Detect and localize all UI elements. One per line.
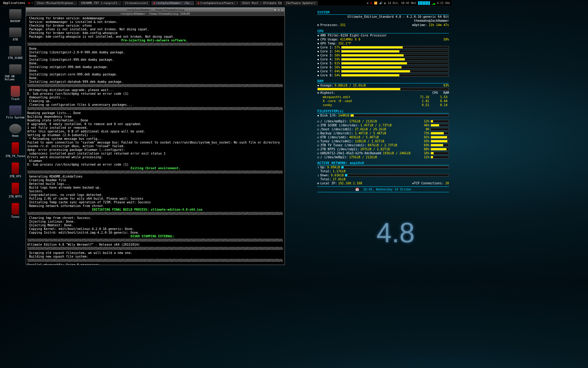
taskbar-item[interactable]: ■root@JackHammer: /ho... xyxy=(151,1,194,5)
clock[interactable]: 14 Oct, 18:45 xyxy=(388,2,409,5)
drive-icon xyxy=(12,142,19,154)
filesystem-header: FILESYSTEM(s) xyxy=(317,109,449,113)
filesystem-row: ☑3TB_SCODE (/dev/sda): 1.45TiB / 2.73TiB… xyxy=(317,123,449,127)
cpu-core-row: ▪Core 5: 61% xyxy=(317,61,449,65)
cpu-core-row: ▪Core 3: 58% xyxy=(317,53,449,57)
desktop-icon-tunez[interactable]: Tunez xyxy=(5,203,26,218)
icon-label: Trash xyxy=(11,98,19,101)
cpu-meter-icon xyxy=(418,1,430,5)
filesystem-row: ☑6TB (/dev/sdd): 483GiB / 5.46TiB91% xyxy=(317,135,449,139)
drive-icon xyxy=(9,124,21,134)
applications-menu[interactable]: Applications xyxy=(1,1,27,5)
desktop-icons: BACKUP6TB3TB_SCODE268 GB VolumeTrashFile… xyxy=(5,9,26,218)
drive-icon xyxy=(12,183,19,194)
volume-icon[interactable]: 🔊 xyxy=(379,2,383,5)
panel-icon[interactable]: ▾ xyxy=(31,1,33,5)
taskbar-item[interactable]: [transmission] xyxy=(123,1,150,5)
net-up-bar xyxy=(341,166,449,169)
net-down-total: 27.6GiB xyxy=(333,178,345,181)
ram-usage: 9.88GiB / 15.6GiB xyxy=(334,84,366,87)
drive-icon xyxy=(9,64,21,74)
ram-header: RAM xyxy=(317,79,449,83)
desktop-icon-3tb-tv-tunez[interactable]: 3TB_TV_Tunez xyxy=(5,142,26,158)
close-button[interactable]: × xyxy=(281,8,284,11)
icon-label: BACKUP xyxy=(10,20,21,23)
terminal-output[interactable]: Checking for broken service: modemmanage… xyxy=(26,16,285,265)
uptime: 21h 14m 47s xyxy=(429,23,449,27)
tray-icon[interactable]: ⊕ xyxy=(367,2,368,5)
drive-icon xyxy=(12,163,19,174)
drive-icon xyxy=(11,86,20,97)
taskbar-item[interactable]: [User:MichaelH/Orphane... xyxy=(34,1,77,5)
filesystem-row: ☑Backup (/dev/sdc): 1.46TiB / 5.46TiB73% xyxy=(317,131,449,135)
taskbar: Applications ● ▾ [User:MichaelH/Orphane.… xyxy=(0,0,451,6)
cpu-graph-icon: ▁▃ xyxy=(432,2,435,5)
desktop-icon-trash[interactable]: Trash xyxy=(5,86,26,101)
net-label: Net xyxy=(411,2,416,5)
taskbar-item[interactable]: [Edit Post ‹ Ultimate Edi... xyxy=(239,1,282,5)
cpu-core-row: ▪Core 8: 54% xyxy=(317,73,449,77)
ram-pct: 63% xyxy=(443,84,449,87)
filesystem-row: ☑3TB_TV_Tunez (/dev/sdo1): 847GiB / 2.73… xyxy=(317,143,449,147)
system-monitor: SYSTEM Ultimate_Edition_Standard 4.8 - 4… xyxy=(317,9,449,192)
net-down: 9.61KiB xyxy=(331,174,344,177)
tcp-connections: 20 xyxy=(445,182,449,185)
icon-label: Tunez xyxy=(11,215,19,218)
drive-icon xyxy=(9,9,21,19)
net-up-total: 1.17GiB xyxy=(333,170,345,173)
taskbar-item[interactable]: ■[root@ubuntusoftware: ~] xyxy=(195,1,238,5)
process-row: conky0.510.14 xyxy=(318,103,448,107)
filesystem-row: ☑Tunez (/dev/sdm1): 128GiB / 1.82TiB93% xyxy=(317,139,449,143)
taskbar-item[interactable]: [README.TXT (~/wip/ult... xyxy=(78,1,121,5)
icon-label: 3TB_SCODE xyxy=(8,56,23,59)
wifi-icon[interactable]: 📶 xyxy=(374,2,377,5)
cpu-core-row: ▪Core 6: 56% xyxy=(317,65,449,69)
desktop-icon-home[interactable]: Home xyxy=(5,124,26,137)
tray-icon[interactable]: ◐ xyxy=(384,2,386,5)
top-processes: mksquashfs.edit71.161.53X -core :0 -seat… xyxy=(317,95,449,107)
drive-icon xyxy=(9,28,21,37)
cpu-core-row: ▪Core 4: 59% xyxy=(317,57,449,61)
minimize-button[interactable]: _ xyxy=(273,8,277,11)
desktop-icon-3tb-xfs[interactable]: 3TB_XFS xyxy=(5,163,26,178)
desktop-icon-2tb-ntfs[interactable]: 2TB_NTFS xyxy=(5,183,26,198)
ram-bar xyxy=(317,88,449,90)
conky-datetime: 18:45, Wednesday 14 Octobe xyxy=(363,188,411,191)
local-ip: 192.168.1.108 xyxy=(338,182,362,185)
filesystem-row: ☑/boot (/dev/sdb1): 27.6GiB / 29.2GiB0% xyxy=(317,127,449,131)
drive-icon xyxy=(12,203,19,215)
network-header: ACTIVE NETWORK: enp10s0 xyxy=(317,161,449,165)
desktop-icon-6tb[interactable]: 6TB xyxy=(5,28,26,41)
gpu-temp: 102.2°F xyxy=(338,42,351,45)
cpu-model: AMD FX(tm)-8150 Eight-Core Processor xyxy=(320,34,387,37)
panel-icon[interactable]: ● xyxy=(28,1,30,5)
maximize-button[interactable]: □ xyxy=(277,8,280,11)
icon-label: Home xyxy=(12,134,19,137)
brand-version: 4.8 xyxy=(376,217,415,249)
filesystem-row: ☑b8820712-29e1-45a3-b2fb-8dc8aeadd21b (/… xyxy=(317,151,449,155)
filesystem-row: ☑/ (/dev/md0p2): 175GiB / 212GiB12% xyxy=(317,119,449,123)
system-header: SYSTEM xyxy=(317,10,449,15)
icon-label: 3TB_TV_Tunez xyxy=(5,155,25,158)
window-title: root@JackHammer: /home/theemahn/wip xyxy=(126,8,184,11)
diskio-bar xyxy=(350,114,449,117)
process-row: mksquashfs.edit71.161.53 xyxy=(318,95,448,99)
tray-icon[interactable]: ● xyxy=(370,2,372,5)
desktop-icon-268-gb-volume[interactable]: 268 GB Volume xyxy=(5,64,26,81)
cpu-header: CPU xyxy=(317,29,449,33)
taskbar-item[interactable]: [Software Updater] xyxy=(284,1,318,5)
terminal-titlebar[interactable]: root@JackHammer: /home/theemahn/wip _ □ … xyxy=(26,8,285,12)
process-row: X -core :0 -seat1.020.44 xyxy=(318,99,448,103)
icon-label: File System xyxy=(6,116,24,119)
desktop-icon-backup[interactable]: BACKUP xyxy=(5,9,26,23)
cpu-core-row: ▪Core 7: 64% xyxy=(317,69,449,73)
terminal-window: root@JackHammer: /home/theemahn/wip _ □ … xyxy=(26,7,285,265)
cpu-freq: 4.21 GHz xyxy=(437,2,450,5)
icon-label: 3TB_XFS xyxy=(9,175,21,178)
terminal-tab[interactable]: root@JackHammer: /home/theemahn/wip 144x… xyxy=(26,12,285,16)
desktop-icon-3tb-scode[interactable]: 3TB_SCODE xyxy=(5,46,26,59)
net-up: 9.05KiB xyxy=(327,166,340,169)
cpu-core-row: ▪Core 2: 54% xyxy=(317,49,449,53)
disk-io: 144MiB xyxy=(338,114,349,117)
desktop-icon-file-system[interactable]: File System xyxy=(5,105,26,119)
